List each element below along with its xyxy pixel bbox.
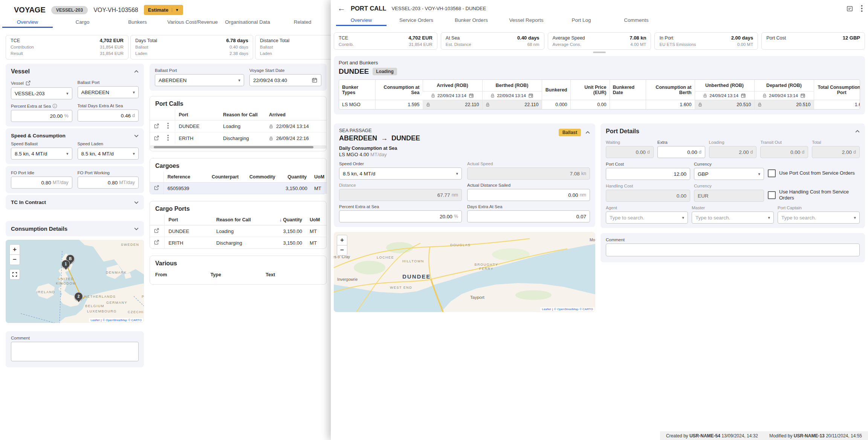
map-marker-1[interactable]: 1	[61, 260, 70, 268]
speed-order-select[interactable]: 8.5 kn, 4 MT/d▾	[339, 167, 462, 180]
fo-port-working-input[interactable]: 0.80MT/day	[78, 177, 139, 189]
agent-select[interactable]: Type to search.▾	[606, 212, 688, 224]
port-captain-select[interactable]: Type to search.▾	[778, 212, 860, 224]
calendar-icon[interactable]	[528, 93, 533, 98]
port-cost-input[interactable]: 12.00	[606, 168, 690, 180]
lock-icon[interactable]	[758, 102, 762, 107]
cargo-port-row[interactable]: ERITH Discharging 3,150.00 MT	[150, 237, 326, 249]
open-in-new-icon[interactable]	[25, 80, 31, 86]
voyage-comment-input[interactable]	[11, 342, 139, 361]
master-select[interactable]: Type to search.▾	[692, 212, 774, 224]
currency-select[interactable]: GBP▾	[694, 168, 764, 180]
estimate-dropdown-caret[interactable]: ▼	[172, 8, 179, 12]
expand-chevron-icon[interactable]	[134, 134, 139, 137]
use-handling-cost-checkbox[interactable]	[768, 191, 776, 199]
lock-icon[interactable]	[269, 124, 273, 129]
collapse-chevron-icon[interactable]	[585, 131, 590, 134]
lock-icon[interactable]	[426, 102, 430, 107]
arrived-date[interactable]: 22/09/24 13:14	[437, 93, 466, 98]
scrollbar-thumb[interactable]	[154, 146, 313, 148]
kebab-menu-icon[interactable]	[167, 135, 169, 141]
tab-service-orders[interactable]: Service Orders	[389, 14, 444, 26]
voyage-route-map[interactable]: SWEDEN DENMARK UNITED KINGDOM IRELAND NE…	[6, 240, 144, 323]
collapse-chevron-icon[interactable]	[134, 70, 139, 73]
estimate-button[interactable]: Estimate ▼	[144, 5, 183, 15]
percent-extra-at-sea-input[interactable]: 20.00%	[339, 210, 462, 222]
map-marker-2[interactable]: 2	[74, 292, 83, 301]
drag-handle[interactable]	[593, 52, 606, 53]
osm-link[interactable]: © OpenStreetMap	[103, 318, 127, 322]
map-zoom-out-button[interactable]: −	[9, 254, 20, 265]
calendar-icon[interactable]	[800, 93, 805, 98]
leaflet-link[interactable]: Leaflet	[90, 318, 99, 322]
horizontal-scrollbar[interactable]	[150, 145, 326, 149]
calendar-icon[interactable]	[741, 93, 746, 98]
port-call-comment-input[interactable]	[606, 244, 860, 256]
days-extra-at-sea-input[interactable]: 0.07	[467, 210, 590, 222]
actual-distance-sailed-input[interactable]: 0.00nm	[467, 189, 590, 201]
tab-organisational-data[interactable]: Organisational Data	[220, 16, 275, 28]
ballast-port-select-2[interactable]: ABERDEEN▾	[155, 74, 244, 86]
tab-bunker-orders[interactable]: Bunker Orders	[444, 14, 499, 26]
departed-date[interactable]: 24/09/24 13:14	[769, 93, 798, 98]
tab-bunkers[interactable]: Bunkers	[110, 16, 165, 28]
open-in-new-icon[interactable]	[154, 185, 159, 190]
bunker-row[interactable]: LS MGO 1.595 22.110 22.110 0.000 0.00 1.…	[339, 100, 860, 110]
calendar-icon[interactable]	[469, 93, 474, 98]
osm-link[interactable]: © OpenStreetMap	[554, 308, 579, 311]
lock-icon[interactable]	[431, 93, 435, 98]
carto-link[interactable]: © CARTO	[128, 318, 142, 322]
port-map[interactable]: Dykes o' Cray LOCHEE HILLTOWN DOUGLAS Mo…	[334, 232, 595, 312]
expand-chevron-icon[interactable]	[134, 227, 139, 230]
port-call-row[interactable]: ERITH Discharging 26/09/24 22:16	[150, 132, 326, 145]
tab-overview[interactable]: Overview	[334, 14, 389, 26]
tab-cargo[interactable]: Cargo	[55, 16, 110, 28]
lock-icon[interactable]	[269, 136, 273, 141]
map-fullscreen-button[interactable]	[9, 269, 20, 280]
lock-icon[interactable]	[763, 93, 767, 98]
lock-icon[interactable]	[698, 102, 702, 107]
calendar-icon[interactable]	[312, 77, 318, 83]
lock-icon[interactable]	[486, 102, 490, 107]
tab-related[interactable]: Related	[275, 16, 330, 28]
use-port-cost-checkbox[interactable]	[768, 169, 776, 177]
lock-icon[interactable]	[491, 93, 495, 98]
open-in-new-icon[interactable]	[154, 239, 159, 245]
tab-various-cost-revenue[interactable]: Various Cost/Revenue	[165, 16, 220, 28]
back-button[interactable]: ←	[338, 5, 345, 12]
unberthed-date[interactable]: 24/09/24 13:14	[709, 93, 738, 98]
carto-link[interactable]: © CARTO	[579, 308, 593, 311]
expand-chevron-icon[interactable]	[134, 201, 139, 204]
open-in-new-icon[interactable]	[154, 123, 159, 129]
tab-vessel-reports[interactable]: Vessel Reports	[499, 14, 554, 26]
kebab-menu-icon[interactable]	[167, 123, 169, 129]
cargo-row[interactable]: 65059539 3,150.000 MT	[150, 183, 327, 194]
cargo-port-row[interactable]: DUNDEE Loading 3,150.00 MT	[150, 225, 326, 237]
fo-port-idle-input[interactable]: 0.80MT/day	[11, 177, 72, 189]
map-zoom-in-button[interactable]: +	[337, 235, 347, 245]
tab-overview[interactable]: Overview	[0, 16, 55, 28]
vessel-select[interactable]: VESSEL-203▾	[11, 87, 72, 99]
lock-icon[interactable]	[703, 93, 707, 98]
extra-input[interactable]: 0.00d	[657, 146, 705, 158]
total-days-extra-input[interactable]: 0.46d	[78, 110, 139, 122]
tab-comments[interactable]: Comments	[609, 14, 664, 26]
calendar-icon[interactable]	[846, 5, 853, 12]
open-in-new-icon[interactable]	[154, 135, 159, 141]
chevron-down-icon: ▾	[66, 91, 69, 96]
speed-laden-select[interactable]: 8.5 kn, 4 MT/d▾	[78, 148, 139, 160]
open-in-new-icon[interactable]	[154, 228, 159, 233]
leaflet-link[interactable]: Leaflet	[542, 308, 551, 311]
voyage-start-date-input[interactable]: 22/09/24 03:40	[249, 74, 321, 86]
kebab-menu-icon[interactable]	[861, 5, 863, 12]
ballast-port-select[interactable]: ABERDEEN▾	[78, 86, 139, 98]
sort-header-quantity[interactable]: ↓ Quantity	[265, 215, 306, 225]
collapse-chevron-icon[interactable]	[855, 130, 860, 133]
port-call-row[interactable]: DUNDEE Loading 22/09/24 13:14	[150, 120, 326, 132]
map-zoom-out-button[interactable]: −	[337, 245, 347, 256]
percent-extra-at-sea-input[interactable]: 20.00%	[11, 110, 72, 122]
berthed-date[interactable]: 22/09/24 13:14	[497, 93, 526, 98]
map-zoom-in-button[interactable]: +	[9, 244, 20, 255]
tab-port-log[interactable]: Port Log	[554, 14, 609, 26]
speed-ballast-select[interactable]: 8.5 kn, 4 MT/d▾	[11, 148, 72, 160]
